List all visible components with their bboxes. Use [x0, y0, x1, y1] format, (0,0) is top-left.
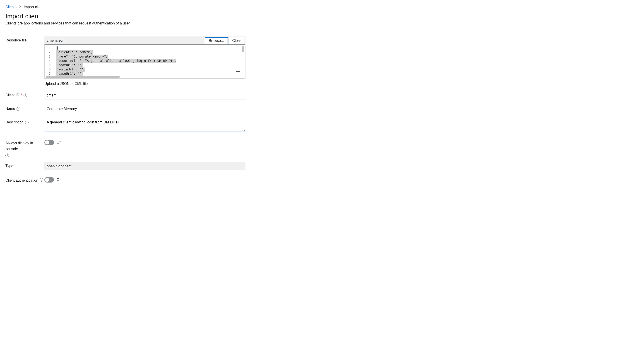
- label-type: Type: [6, 164, 13, 168]
- client-auth-state: Off: [56, 178, 61, 182]
- label-name: Name: [6, 107, 15, 111]
- label-description: Description: [6, 120, 24, 124]
- clear-button[interactable]: Clear: [228, 37, 245, 44]
- import-client-form: Resource file cmem.json Browse... Clear …: [0, 31, 333, 203]
- required-indicator: *: [20, 93, 22, 97]
- type-field: [44, 162, 246, 170]
- client-id-input[interactable]: [44, 91, 246, 100]
- browse-button[interactable]: Browse...: [205, 37, 228, 44]
- label-always-display: Always display in console: [6, 140, 44, 152]
- file-helper-text: Upload a JSON or XML file: [44, 82, 246, 86]
- breadcrumb-root-link[interactable]: Clients: [6, 5, 16, 9]
- label-client-id: Client ID: [6, 93, 19, 97]
- file-input-bar: cmem.json Browse... Clear: [44, 36, 246, 44]
- client-auth-toggle[interactable]: [44, 177, 54, 182]
- breadcrumb: Clients Import client: [0, 0, 333, 11]
- help-icon[interactable]: ?: [24, 94, 27, 97]
- page-subtitle: Clients are applications and services th…: [6, 21, 328, 25]
- scrollbar-horizontal[interactable]: [46, 76, 241, 78]
- page-title: Import client: [6, 13, 328, 20]
- collapse-icon[interactable]: —: [236, 69, 240, 74]
- breadcrumb-current: Import client: [24, 5, 44, 9]
- help-icon[interactable]: ?: [6, 154, 9, 157]
- label-client-auth: Client authentication: [6, 178, 38, 184]
- description-input[interactable]: A general client allowing login from DM …: [44, 118, 246, 132]
- help-icon[interactable]: ?: [40, 178, 43, 182]
- help-icon[interactable]: ?: [16, 107, 20, 111]
- file-preview-editor[interactable]: 1 2 3 4 5 6 7 { "clientId": "cmem", "nam…: [44, 44, 246, 78]
- always-display-state: Off: [56, 140, 61, 144]
- scrollbar-vertical[interactable]: [242, 46, 244, 77]
- page-header: Import client Clients are applications a…: [0, 11, 333, 31]
- file-name-display: cmem.json: [44, 37, 205, 44]
- name-input[interactable]: [44, 105, 246, 113]
- always-display-toggle[interactable]: [44, 140, 54, 145]
- label-resource-file: Resource file: [6, 38, 26, 42]
- code-content[interactable]: { "clientId": "cmem", "name": "Corporate…: [53, 46, 245, 76]
- chevron-right-icon: [19, 5, 21, 9]
- help-icon[interactable]: ?: [25, 121, 28, 124]
- code-gutter: 1 2 3 4 5 6 7: [44, 46, 53, 76]
